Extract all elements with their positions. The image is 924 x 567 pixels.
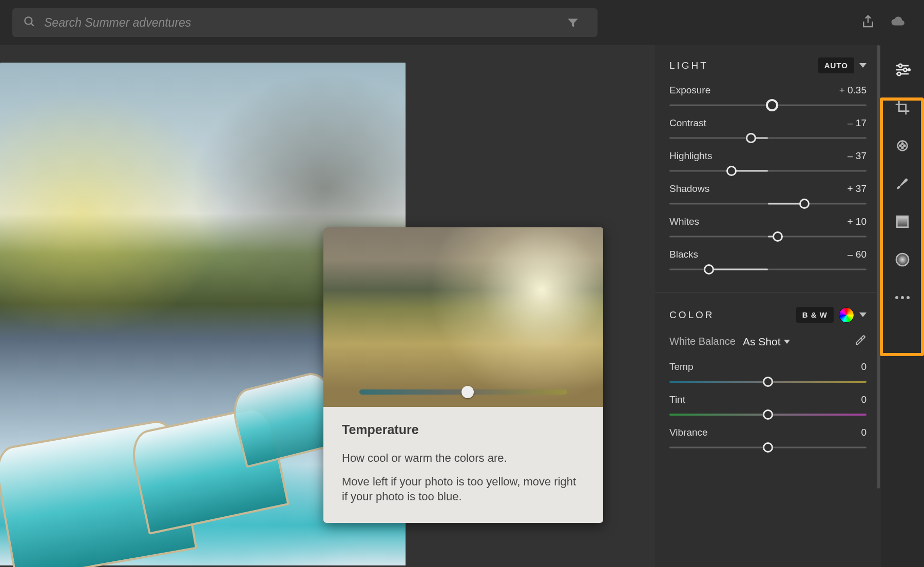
bw-button[interactable]: B & W: [796, 307, 834, 323]
crop-icon[interactable]: [892, 97, 913, 118]
slider-value: – 37: [848, 150, 867, 162]
panel-header-light[interactable]: LIGHT AUTO: [669, 57, 867, 73]
slider-label: Contrast: [669, 118, 706, 129]
content-row: Temperature How cool or warm the colors …: [0, 45, 924, 567]
slider-label: Tint: [669, 394, 685, 405]
white-balance-dropdown[interactable]: As Shot: [743, 336, 790, 348]
chevron-down-icon: [784, 340, 790, 344]
filter-icon[interactable]: [559, 8, 587, 37]
panel-section-light: LIGHT AUTO Exposure+ 0.35Contrast– 17Hig…: [669, 57, 867, 273]
slider-track[interactable]: [669, 232, 867, 241]
svg-point-10: [904, 145, 906, 147]
slider-thumb[interactable]: [773, 231, 783, 242]
more-icon[interactable]: [892, 287, 913, 308]
svg-point-3: [899, 64, 902, 67]
search-icon: [23, 15, 36, 30]
svg-point-0: [25, 17, 32, 24]
help-popup-body: Temperature How cool or warm the colors …: [323, 407, 603, 523]
light-slider-highlights[interactable]: Highlights– 37: [669, 150, 867, 175]
slider-track[interactable]: [669, 378, 867, 386]
panel-title: COLOR: [669, 309, 715, 321]
scrollbar[interactable]: [877, 45, 880, 488]
chevron-down-icon[interactable]: [859, 312, 867, 317]
healing-brush-icon[interactable]: [892, 135, 913, 156]
slider-track[interactable]: [669, 167, 867, 175]
svg-line-1: [31, 23, 33, 26]
color-slider-vibrance[interactable]: Vibrance0: [669, 427, 867, 452]
slider-thumb[interactable]: [763, 442, 773, 453]
slider-value: + 37: [847, 183, 867, 194]
top-bar: [0, 0, 924, 45]
cloud-sync-icon[interactable]: [890, 14, 906, 31]
panel-header-color[interactable]: COLOR B & W: [669, 307, 867, 323]
slider-thumb[interactable]: [726, 166, 737, 176]
app-window: Temperature How cool or warm the colors …: [0, 0, 924, 567]
light-slider-contrast[interactable]: Contrast– 17: [669, 118, 867, 142]
help-popup-temp-slider: [359, 387, 567, 397]
slider-track[interactable]: [669, 101, 867, 109]
chevron-down-icon[interactable]: [859, 63, 867, 68]
svg-point-5: [903, 68, 907, 71]
slider-thumb[interactable]: [763, 377, 773, 387]
slider-thumb[interactable]: [766, 99, 778, 111]
light-slider-whites[interactable]: Whites+ 10: [669, 216, 867, 241]
brush-icon[interactable]: [892, 173, 913, 194]
slider-label: Temp: [669, 361, 693, 373]
white-balance-label: White Balance: [669, 336, 736, 347]
slider-label: Whites: [669, 216, 699, 227]
color-mixer-icon[interactable]: [839, 307, 854, 323]
light-slider-blacks[interactable]: Blacks– 60: [669, 249, 867, 273]
slider-track[interactable]: [669, 134, 867, 142]
eyedropper-icon[interactable]: [854, 334, 867, 349]
section-divider: [655, 292, 881, 292]
slider-track[interactable]: [669, 443, 867, 452]
slider-value: 0: [861, 361, 867, 373]
slider-label: Exposure: [669, 85, 710, 96]
slider-label: Shadows: [669, 183, 709, 194]
svg-rect-8: [896, 139, 909, 152]
white-balance-value: As Shot: [743, 336, 781, 348]
slider-thumb[interactable]: [799, 199, 810, 209]
svg-point-7: [897, 72, 900, 75]
edit-sliders-icon[interactable]: [892, 60, 913, 80]
slider-value: + 10: [847, 216, 867, 227]
slider-track[interactable]: [669, 200, 867, 208]
photo-canvas[interactable]: Temperature How cool or warm the colors …: [0, 45, 655, 567]
slider-label: Vibrance: [669, 427, 708, 438]
edit-panel: LIGHT AUTO Exposure+ 0.35Contrast– 17Hig…: [655, 45, 881, 567]
svg-rect-13: [897, 216, 908, 227]
slider-line: [669, 269, 867, 270]
slider-line: [669, 170, 867, 172]
help-popup: Temperature How cool or warm the colors …: [323, 227, 603, 523]
slider-label: Highlights: [669, 150, 712, 162]
white-balance-row: White Balance As Shot: [669, 334, 867, 349]
light-slider-shadows[interactable]: Shadows+ 37: [669, 183, 867, 208]
help-popup-text: Move left if your photo is too yellow, m…: [342, 474, 585, 504]
svg-point-14: [896, 253, 909, 266]
light-slider-exposure[interactable]: Exposure+ 0.35: [669, 85, 867, 109]
slider-value: + 0.35: [839, 85, 867, 96]
slider-value: 0: [861, 394, 867, 405]
search-input[interactable]: [44, 16, 550, 30]
slider-thumb[interactable]: [763, 409, 773, 420]
help-popup-text: How cool or warm the colors are.: [342, 451, 585, 466]
slider-thumb[interactable]: [704, 264, 714, 275]
help-popup-preview: [323, 227, 603, 407]
panel-section-color: COLOR B & W White Balance As Shot: [669, 307, 867, 452]
color-slider-tint[interactable]: Tint0: [669, 394, 867, 419]
slider-fill: [732, 170, 768, 172]
slider-track[interactable]: [669, 265, 867, 273]
share-icon[interactable]: [860, 14, 876, 31]
auto-button[interactable]: AUTO: [818, 57, 854, 73]
color-slider-temp[interactable]: Temp0: [669, 361, 867, 386]
help-popup-slider-thumb: [461, 386, 474, 398]
slider-value: – 60: [848, 249, 867, 260]
slider-line: [669, 138, 867, 139]
slider-thumb[interactable]: [746, 133, 756, 143]
linear-gradient-icon[interactable]: [892, 211, 913, 232]
search-bar[interactable]: [12, 8, 598, 37]
slider-value: 0: [861, 427, 867, 438]
slider-track[interactable]: [669, 410, 867, 419]
slider-label: Blacks: [669, 249, 698, 260]
radial-gradient-icon[interactable]: [892, 249, 913, 270]
